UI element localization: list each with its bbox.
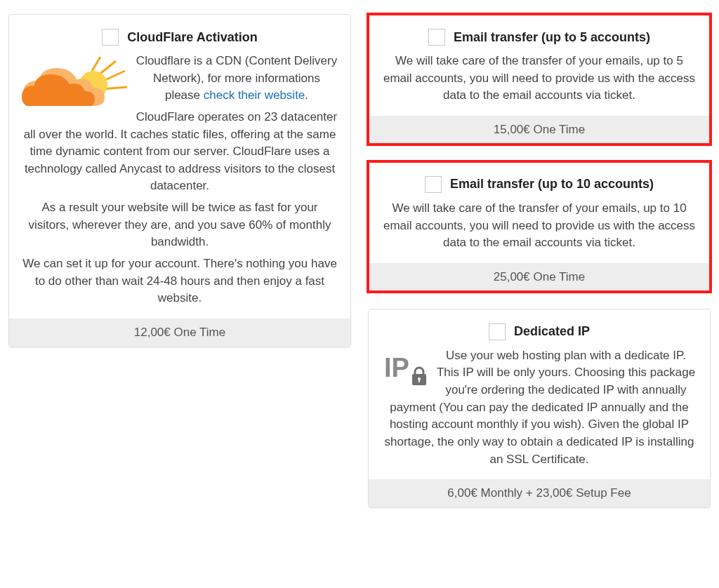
addon-email-10: Email transfer (up to 10 accounts) We wi…	[368, 161, 711, 292]
addon-price: 6,00€ Monthly + 23,00€ Setup Fee	[369, 479, 710, 507]
desc-p2: CloudFlare operates on 23 datacenter all…	[22, 109, 338, 195]
addon-header: CloudFlare Activation	[22, 29, 338, 46]
addon-title: Dedicated IP	[514, 324, 590, 339]
addon-description: We will take care of the transfer of you…	[381, 53, 697, 105]
addon-description: Cloudflare is a CDN (Content Delivery Ne…	[22, 53, 338, 307]
svg-line-2	[92, 57, 100, 71]
desc-p4: We can set it up for your account. There…	[22, 255, 338, 307]
cloudflare-website-link[interactable]: check their website	[204, 88, 305, 102]
svg-text:IP: IP	[384, 353, 409, 382]
ip-lock-icon: IP	[381, 349, 430, 387]
addon-checkbox[interactable]	[425, 176, 442, 193]
addon-header: Email transfer (up to 10 accounts)	[381, 176, 697, 193]
addon-description: We will take care of the transfer of you…	[381, 200, 697, 252]
desc-intro-b: .	[305, 88, 308, 102]
addon-price: 25,00€ One Time	[369, 263, 710, 291]
addon-cloudflare: CloudFlare Activation	[8, 14, 351, 347]
addon-description: IP Use your web hosting plan with a dedi…	[381, 347, 697, 468]
addon-price: 15,00€ One Time	[369, 116, 710, 144]
addon-price: 12,00€ One Time	[9, 319, 350, 347]
svg-rect-5	[22, 106, 130, 115]
addon-header: Dedicated IP	[381, 323, 697, 340]
addon-checkbox[interactable]	[102, 29, 119, 46]
cloudflare-icon	[22, 55, 130, 115]
desc-text: Use your web hosting plan with a dedicat…	[384, 349, 695, 466]
svg-line-1	[98, 61, 116, 75]
addon-checkbox[interactable]	[428, 29, 445, 46]
addon-title: Email transfer (up to 5 accounts)	[454, 30, 650, 45]
svg-rect-9	[418, 379, 420, 382]
desc-p3: As a result your website will be twice a…	[22, 199, 338, 251]
addon-dedicated-ip: Dedicated IP IP Use your web hosting pla…	[368, 309, 711, 508]
addon-email-5: Email transfer (up to 5 accounts) We wil…	[368, 14, 711, 145]
addon-title: Email transfer (up to 10 accounts)	[450, 177, 654, 192]
addon-header: Email transfer (up to 5 accounts)	[381, 29, 697, 46]
addon-title: CloudFlare Activation	[127, 30, 257, 45]
addon-checkbox[interactable]	[489, 323, 506, 340]
